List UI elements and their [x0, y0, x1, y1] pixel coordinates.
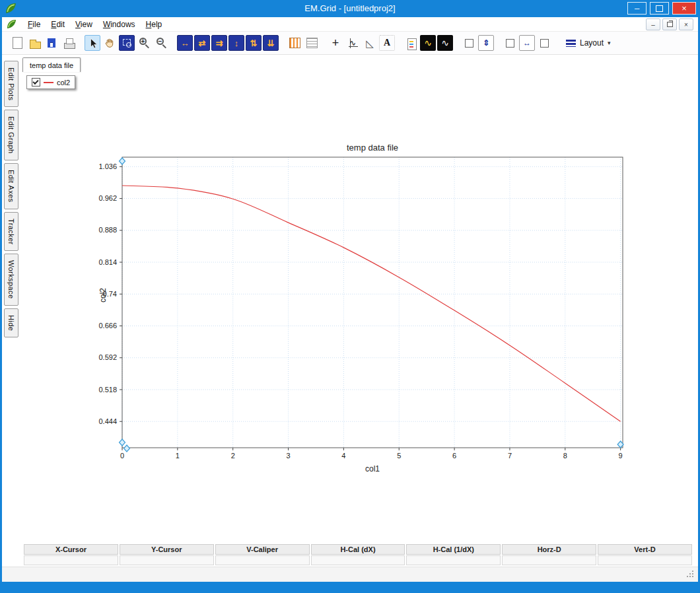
- v-bound-button-glyph: ⇊: [267, 39, 275, 48]
- axis-handle-2[interactable]: [124, 445, 130, 452]
- zoom-out-button[interactable]: −: [153, 35, 169, 51]
- new-file-button[interactable]: [9, 35, 25, 51]
- v-bound-button[interactable]: ⇊: [263, 35, 279, 51]
- h-expand-button-glyph: ↔: [523, 39, 531, 47]
- pan-tool-button[interactable]: [102, 35, 118, 51]
- status-header-h-cal-dx: H-Cal (dX): [311, 544, 405, 555]
- toolbar-separator: [320, 35, 327, 51]
- maximize-button[interactable]: [650, 2, 669, 15]
- side-tab-edit-graph[interactable]: Edit Graph: [4, 110, 18, 160]
- open-file-button[interactable]: [26, 35, 42, 51]
- menu-help[interactable]: Help: [141, 18, 168, 31]
- series-col2-line[interactable]: [122, 186, 621, 421]
- legend[interactable]: col2: [26, 75, 75, 89]
- x-tick-label: 7: [508, 452, 512, 460]
- crosshair-tool-button[interactable]: +: [328, 35, 343, 51]
- h-expand-button[interactable]: ↔: [519, 35, 535, 51]
- legend-label: col2: [57, 79, 70, 87]
- h-auto-checkbox[interactable]: [502, 35, 518, 51]
- pointer-tool-button[interactable]: [85, 35, 100, 51]
- print-button[interactable]: [61, 35, 77, 51]
- y-tick-label: 1.036: [98, 162, 117, 170]
- waveform-white-button-glyph: ∿: [441, 38, 449, 48]
- side-tab-workspace[interactable]: Workspace: [4, 254, 18, 305]
- side-tab-edit-plots[interactable]: Edit Plots: [4, 61, 18, 107]
- save-button[interactable]: [44, 35, 59, 51]
- resize-grip[interactable]: [685, 569, 695, 578]
- text-tool-button[interactable]: A: [379, 35, 395, 51]
- tracker-tool-button[interactable]: ∿: [345, 35, 361, 51]
- x-tick-label: 4: [341, 452, 345, 460]
- status-value-horz-d: [502, 555, 596, 565]
- legend-item: col2: [32, 78, 70, 87]
- mdi-close-button[interactable]: ×: [679, 18, 693, 30]
- mdi-restore-button[interactable]: [662, 18, 677, 30]
- y-tick-label: 0.74: [103, 290, 117, 298]
- document-leaf-icon: [7, 19, 17, 29]
- status-value-h-cal-dx: [311, 555, 405, 565]
- side-tab-edit-axes[interactable]: Edit Axes: [4, 163, 18, 209]
- zoom-in-button-glyph: +: [139, 38, 147, 45]
- waveform-black-button-glyph: ∿: [424, 38, 432, 48]
- mdi-window-controls: – ×: [646, 18, 693, 30]
- h-bound-button[interactable]: ⇉: [211, 35, 227, 51]
- axis-handle-1[interactable]: [120, 439, 125, 446]
- tracker-tool-button-glyph: ∿: [349, 39, 356, 47]
- x-tick-label: 2: [231, 452, 235, 460]
- x-tick-label: 1: [176, 452, 180, 460]
- status-value-v-caliper: [215, 555, 310, 565]
- waveform-white-button[interactable]: ∿: [437, 35, 453, 51]
- plot-border: [122, 157, 623, 448]
- y-tick-label: 0.444: [98, 417, 117, 425]
- zoom-window-button[interactable]: [119, 35, 135, 51]
- close-button[interactable]: ×: [672, 2, 696, 15]
- menu-view[interactable]: View: [70, 18, 98, 31]
- menu-file[interactable]: File: [22, 18, 46, 31]
- side-tab-tracker[interactable]: Tracker: [4, 212, 18, 252]
- doc-tab-temp-data-file[interactable]: temp data file: [22, 57, 81, 72]
- maximize-icon: [656, 5, 663, 12]
- status-bar-headers: X-CursorY-CursorV-CaliperH-Cal (dX)H-Cal…: [24, 544, 692, 555]
- h-scroll-button-glyph: ⇄: [199, 39, 206, 48]
- h-auto2-checkbox[interactable]: [536, 35, 552, 51]
- legend-checkbox[interactable]: [32, 78, 40, 87]
- mdi-restore-icon: [667, 22, 673, 27]
- status-value-vert-d: [598, 555, 692, 565]
- mdi-minimize-button[interactable]: –: [646, 18, 660, 30]
- title-bar: EM.Grid - [untitledproj2] – ×: [0, 0, 700, 17]
- zoom-out-button-glyph: −: [157, 38, 164, 45]
- side-tab-hide[interactable]: Hide: [4, 308, 18, 337]
- menu-edit[interactable]: Edit: [46, 18, 70, 31]
- chevron-down-icon: ▾: [608, 40, 611, 46]
- zoom-in-button[interactable]: +: [136, 35, 152, 51]
- minimize-button[interactable]: –: [627, 2, 647, 15]
- v-expand-button[interactable]: ⇕: [478, 35, 494, 51]
- toolbar-separator: [77, 35, 84, 51]
- x-tick-label: 9: [619, 452, 623, 460]
- toolbar-separator: [279, 35, 286, 51]
- v-scroll-button[interactable]: ⇅: [246, 35, 262, 51]
- v-markers-button[interactable]: [287, 35, 302, 51]
- status-header-vert-d: Vert-D: [598, 544, 692, 555]
- status-header-horz-d: Horz-D: [502, 544, 596, 555]
- notes-button[interactable]: [403, 35, 419, 51]
- h-fit-button[interactable]: ↔: [177, 35, 193, 51]
- status-header-x-cursor: X-Cursor: [24, 544, 118, 555]
- v-fit-button[interactable]: ↕: [228, 35, 244, 51]
- legend-line-sample: [44, 82, 53, 83]
- axis-handle-0[interactable]: [120, 158, 125, 164]
- h-fit-button-glyph: ↔: [181, 39, 190, 48]
- v-auto-checkbox[interactable]: [461, 35, 477, 51]
- waveform-black-button[interactable]: ∿: [420, 35, 436, 51]
- menu-windows[interactable]: Windows: [98, 18, 141, 31]
- slope-tool-button[interactable]: ◺: [362, 35, 378, 51]
- layout-button[interactable]: Layout▾: [560, 35, 617, 51]
- h-markers-button[interactable]: [304, 35, 320, 51]
- y-tick-label: 0.518: [98, 386, 117, 394]
- x-tick-label: 8: [563, 452, 567, 460]
- h-scroll-button[interactable]: ⇄: [194, 35, 210, 51]
- toolbar-separator: [396, 35, 402, 51]
- plot-area[interactable]: 1.0360.9620.8880.8140.740.6660.5920.5180…: [92, 140, 660, 477]
- menu-items: FileEditViewWindowsHelp: [22, 18, 167, 31]
- window-controls: – ×: [627, 2, 696, 15]
